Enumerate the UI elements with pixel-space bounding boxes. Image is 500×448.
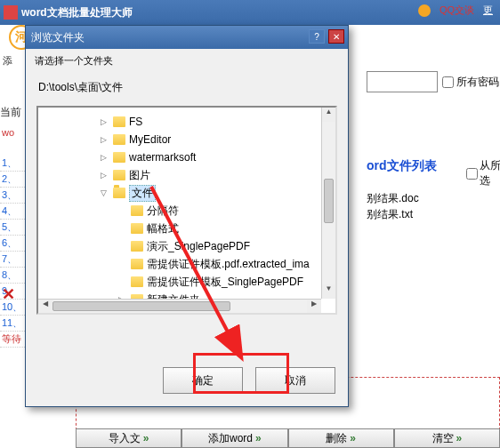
scrollbar-vertical[interactable]: ▲ ▼ bbox=[321, 108, 335, 299]
expander-icon[interactable]: ▷ bbox=[97, 169, 109, 181]
file-item[interactable]: 别结果.doc bbox=[367, 190, 419, 206]
scroll-thumb-vertical[interactable] bbox=[324, 179, 334, 223]
delete-x-icon[interactable]: ✕ bbox=[2, 284, 15, 304]
tree-item[interactable]: 演示_SinglePagePDF bbox=[44, 237, 330, 255]
folder-icon bbox=[131, 241, 143, 252]
all-pwd-label: 所有密码 bbox=[456, 75, 499, 90]
tree-item[interactable]: 需提供证件模板_SinglePagePDF bbox=[44, 273, 330, 291]
expander-icon[interactable]: ▷ bbox=[97, 116, 109, 128]
folder-icon bbox=[113, 152, 125, 163]
tree-item[interactable]: ▷watermarksoft bbox=[44, 148, 330, 166]
expander-icon[interactable]: ▷ bbox=[97, 151, 109, 164]
tree-item-label: 需提供证件模板.pdf.extracted_ima bbox=[147, 257, 310, 272]
dialog-subtitle: 请选择一个文件夹 bbox=[26, 49, 348, 73]
scroll-left-icon[interactable]: ◀ bbox=[38, 300, 52, 313]
browse-folder-dialog: 浏览文件夹 ? ✕ 请选择一个文件夹 D:\tools\桌面\文件 ▷FS▷My… bbox=[25, 25, 349, 407]
tree-item-label: 文件 bbox=[129, 185, 156, 202]
tree-item-label: 图片 bbox=[129, 168, 150, 183]
help-icon[interactable]: ? bbox=[309, 29, 325, 44]
bg-current-label: 当前 bbox=[0, 105, 21, 120]
tree-item-label: MyEditor bbox=[129, 133, 171, 146]
dialog-titlebar[interactable]: 浏览文件夹 ? ✕ bbox=[26, 26, 348, 49]
word-list-header: ord文件列表 bbox=[367, 158, 437, 172]
left-number-strip: wo bbox=[0, 124, 27, 140]
scroll-thumb-horizontal[interactable] bbox=[52, 301, 230, 311]
folder-icon bbox=[131, 205, 143, 216]
all-password-checkbox[interactable]: 所有密码 bbox=[442, 75, 499, 90]
from-sel-check[interactable] bbox=[466, 168, 478, 180]
app-title: word文档批量处理大师 bbox=[21, 5, 133, 20]
expander-icon[interactable] bbox=[115, 258, 127, 270]
folder-tree[interactable]: ▷FS▷MyEditor▷watermarksoft▷图片▽文件分隔符幅格式演示… bbox=[36, 106, 337, 315]
cancel-button[interactable]: 取消 bbox=[255, 367, 335, 394]
expander-icon[interactable]: ▷ bbox=[97, 133, 109, 146]
ok-button[interactable]: 确定 bbox=[163, 367, 243, 394]
app-titlebar: word文档批量处理大师 QQ交谈 更 bbox=[0, 0, 500, 25]
all-pwd-check[interactable] bbox=[442, 76, 454, 88]
tree-item[interactable]: 幅格式 bbox=[44, 220, 330, 237]
from-sel-label: 从所选 bbox=[480, 158, 500, 188]
tree-item-label: watermarksoft bbox=[129, 151, 196, 164]
bottom-toolbar: 导入文» 添加word» 删除» 清空» bbox=[76, 428, 500, 448]
folder-icon bbox=[131, 276, 143, 287]
delete-button[interactable]: 删除» bbox=[288, 428, 394, 448]
tree-item[interactable]: ▷MyEditor bbox=[44, 131, 330, 148]
tree-item-label: FS bbox=[129, 116, 142, 128]
expander-icon[interactable]: ▽ bbox=[97, 187, 109, 199]
folder-icon bbox=[113, 170, 125, 180]
tree-item[interactable]: 分隔符 bbox=[44, 202, 330, 220]
more-link[interactable]: 更 bbox=[483, 4, 493, 17]
right-panel: 所有密码 ord文件列表 从所选 别结果.doc 别结果.txt bbox=[367, 71, 500, 92]
folder-icon bbox=[131, 259, 143, 269]
tree-item-label: 演示_SinglePagePDF bbox=[147, 239, 250, 254]
import-button[interactable]: 导入文» bbox=[76, 428, 181, 448]
qq-icon[interactable] bbox=[418, 4, 431, 17]
expander-icon[interactable] bbox=[115, 204, 127, 217]
expander-icon[interactable] bbox=[115, 240, 127, 252]
wait-label: 等待 bbox=[2, 332, 21, 346]
qq-label[interactable]: QQ交谈 bbox=[440, 4, 474, 17]
tree-item[interactable]: 需提供证件模板.pdf.extracted_ima bbox=[44, 255, 330, 273]
tree-item[interactable]: ▽文件 bbox=[44, 184, 330, 202]
tree-item-label: 幅格式 bbox=[147, 221, 179, 236]
path-input[interactable] bbox=[367, 71, 438, 92]
dialog-title: 浏览文件夹 bbox=[31, 30, 85, 45]
scrollbar-horizontal[interactable]: ◀ ▶ bbox=[38, 299, 321, 313]
expander-icon[interactable] bbox=[115, 276, 127, 288]
dialog-current-path: D:\tools\桌面\文件 bbox=[26, 73, 348, 102]
expander-icon[interactable] bbox=[115, 222, 127, 235]
scroll-up-icon[interactable]: ▲ bbox=[322, 108, 335, 122]
app-icon bbox=[4, 5, 18, 20]
wo-label: wo bbox=[2, 127, 14, 138]
file-item[interactable]: 别结果.txt bbox=[367, 206, 419, 222]
folder-icon bbox=[113, 188, 125, 198]
bg-add-label: 添 bbox=[3, 54, 12, 68]
from-selection-checkbox[interactable]: 从所选 bbox=[466, 158, 500, 188]
scroll-down-icon[interactable]: ▼ bbox=[322, 284, 335, 299]
folder-icon bbox=[113, 134, 125, 145]
add-word-button[interactable]: 添加word» bbox=[181, 428, 287, 448]
folder-icon bbox=[131, 223, 143, 234]
tree-item[interactable]: ▷FS bbox=[44, 113, 330, 131]
folder-icon bbox=[113, 116, 125, 127]
tree-item-label: 分隔符 bbox=[147, 204, 179, 219]
scroll-right-icon[interactable]: ▶ bbox=[307, 300, 321, 313]
tree-item[interactable]: ▷图片 bbox=[44, 166, 330, 184]
tree-item-label: 需提供证件模板_SinglePagePDF bbox=[147, 275, 303, 290]
close-icon[interactable]: ✕ bbox=[328, 29, 344, 44]
clear-button[interactable]: 清空» bbox=[394, 428, 500, 448]
